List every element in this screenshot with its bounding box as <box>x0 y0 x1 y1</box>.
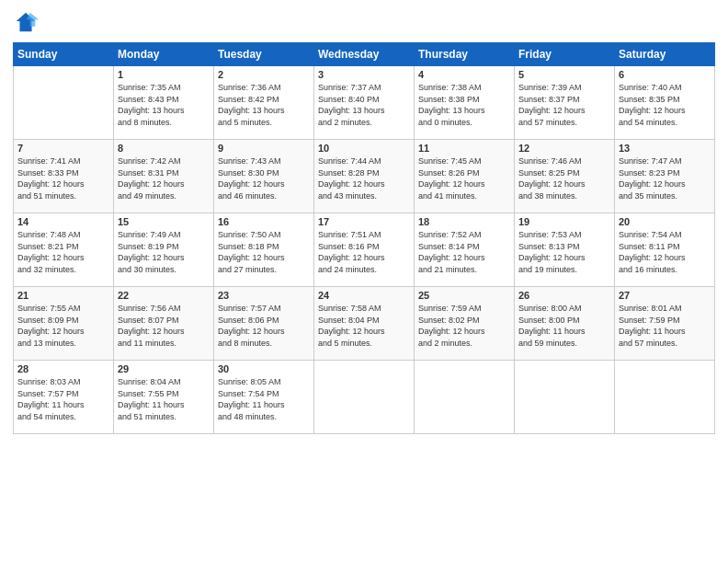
day-number: 19 <box>518 216 610 227</box>
day-info: Sunrise: 7:46 AM Sunset: 8:25 PM Dayligh… <box>518 155 610 201</box>
day-number: 14 <box>17 216 109 227</box>
day-info: Sunrise: 7:45 AM Sunset: 8:26 PM Dayligh… <box>418 155 510 201</box>
day-info: Sunrise: 8:01 AM Sunset: 7:59 PM Dayligh… <box>619 303 711 349</box>
logo <box>13 9 42 35</box>
day-info: Sunrise: 7:35 AM Sunset: 8:43 PM Dayligh… <box>118 82 210 128</box>
col-tuesday: Tuesday <box>214 43 314 66</box>
calendar-cell: 13Sunrise: 7:47 AM Sunset: 8:23 PM Dayli… <box>615 140 715 213</box>
calendar-cell: 28Sunrise: 8:03 AM Sunset: 7:57 PM Dayli… <box>14 361 114 434</box>
calendar-cell: 9Sunrise: 7:43 AM Sunset: 8:30 PM Daylig… <box>214 140 314 213</box>
calendar-cell: 23Sunrise: 7:57 AM Sunset: 8:06 PM Dayli… <box>214 287 314 361</box>
page: Sunday Monday Tuesday Wednesday Thursday… <box>0 0 728 563</box>
calendar-cell: 16Sunrise: 7:50 AM Sunset: 8:18 PM Dayli… <box>214 213 314 287</box>
col-monday: Monday <box>114 43 214 66</box>
calendar-cell <box>314 361 415 434</box>
col-saturday: Saturday <box>615 43 715 66</box>
calendar-cell: 3Sunrise: 7:37 AM Sunset: 8:40 PM Daylig… <box>314 66 415 140</box>
calendar-week-1: 7Sunrise: 7:41 AM Sunset: 8:33 PM Daylig… <box>14 140 715 213</box>
day-info: Sunrise: 8:04 AM Sunset: 7:55 PM Dayligh… <box>118 376 210 422</box>
calendar-cell: 30Sunrise: 8:05 AM Sunset: 7:54 PM Dayli… <box>214 361 314 434</box>
day-number: 17 <box>318 216 410 227</box>
day-number: 2 <box>218 69 310 80</box>
day-info: Sunrise: 7:52 AM Sunset: 8:14 PM Dayligh… <box>418 229 510 275</box>
day-info: Sunrise: 7:36 AM Sunset: 8:42 PM Dayligh… <box>218 82 310 128</box>
calendar-cell: 10Sunrise: 7:44 AM Sunset: 8:28 PM Dayli… <box>314 140 415 213</box>
day-info: Sunrise: 7:41 AM Sunset: 8:33 PM Dayligh… <box>17 155 109 201</box>
day-number: 1 <box>118 69 210 80</box>
day-info: Sunrise: 7:48 AM Sunset: 8:21 PM Dayligh… <box>17 229 109 275</box>
day-info: Sunrise: 7:59 AM Sunset: 8:02 PM Dayligh… <box>418 303 510 349</box>
day-info: Sunrise: 7:49 AM Sunset: 8:19 PM Dayligh… <box>118 229 210 275</box>
calendar-cell <box>415 361 515 434</box>
calendar-cell: 29Sunrise: 8:04 AM Sunset: 7:55 PM Dayli… <box>114 361 214 434</box>
day-info: Sunrise: 8:05 AM Sunset: 7:54 PM Dayligh… <box>218 376 310 422</box>
day-number: 28 <box>17 363 109 374</box>
calendar-cell: 17Sunrise: 7:51 AM Sunset: 8:16 PM Dayli… <box>314 213 415 287</box>
day-info: Sunrise: 7:38 AM Sunset: 8:38 PM Dayligh… <box>418 82 510 128</box>
day-info: Sunrise: 7:39 AM Sunset: 8:37 PM Dayligh… <box>518 82 610 128</box>
day-info: Sunrise: 7:51 AM Sunset: 8:16 PM Dayligh… <box>318 229 410 275</box>
calendar-cell: 11Sunrise: 7:45 AM Sunset: 8:26 PM Dayli… <box>415 140 515 213</box>
header <box>13 9 715 35</box>
calendar-cell: 18Sunrise: 7:52 AM Sunset: 8:14 PM Dayli… <box>415 213 515 287</box>
calendar-cell: 1Sunrise: 7:35 AM Sunset: 8:43 PM Daylig… <box>114 66 214 140</box>
day-info: Sunrise: 7:44 AM Sunset: 8:28 PM Dayligh… <box>318 155 410 201</box>
day-number: 16 <box>218 216 310 227</box>
calendar-cell <box>615 361 715 434</box>
col-friday: Friday <box>515 43 615 66</box>
day-number: 3 <box>318 69 410 80</box>
calendar-cell: 21Sunrise: 7:55 AM Sunset: 8:09 PM Dayli… <box>14 287 114 361</box>
calendar-week-4: 28Sunrise: 8:03 AM Sunset: 7:57 PM Dayli… <box>14 361 715 434</box>
calendar-cell: 26Sunrise: 8:00 AM Sunset: 8:00 PM Dayli… <box>515 287 615 361</box>
calendar-week-0: 1Sunrise: 7:35 AM Sunset: 8:43 PM Daylig… <box>14 66 715 140</box>
day-number: 10 <box>318 143 410 154</box>
day-info: Sunrise: 7:50 AM Sunset: 8:18 PM Dayligh… <box>218 229 310 275</box>
day-info: Sunrise: 7:47 AM Sunset: 8:23 PM Dayligh… <box>619 155 711 201</box>
calendar-cell: 24Sunrise: 7:58 AM Sunset: 8:04 PM Dayli… <box>314 287 415 361</box>
day-number: 12 <box>518 143 610 154</box>
day-number: 7 <box>17 143 109 154</box>
day-info: Sunrise: 7:57 AM Sunset: 8:06 PM Dayligh… <box>218 303 310 349</box>
day-number: 22 <box>118 290 210 301</box>
day-number: 11 <box>418 143 510 154</box>
day-info: Sunrise: 7:55 AM Sunset: 8:09 PM Dayligh… <box>17 303 109 349</box>
calendar-cell <box>14 66 114 140</box>
day-number: 4 <box>418 69 510 80</box>
day-number: 29 <box>118 363 210 374</box>
day-number: 8 <box>118 143 210 154</box>
day-info: Sunrise: 8:00 AM Sunset: 8:00 PM Dayligh… <box>518 303 610 349</box>
calendar-cell: 5Sunrise: 7:39 AM Sunset: 8:37 PM Daylig… <box>515 66 615 140</box>
calendar-cell: 27Sunrise: 8:01 AM Sunset: 7:59 PM Dayli… <box>615 287 715 361</box>
calendar-cell: 25Sunrise: 7:59 AM Sunset: 8:02 PM Dayli… <box>415 287 515 361</box>
day-number: 23 <box>218 290 310 301</box>
day-info: Sunrise: 7:54 AM Sunset: 8:11 PM Dayligh… <box>619 229 711 275</box>
day-info: Sunrise: 7:43 AM Sunset: 8:30 PM Dayligh… <box>218 155 310 201</box>
day-info: Sunrise: 7:56 AM Sunset: 8:07 PM Dayligh… <box>118 303 210 349</box>
day-number: 13 <box>619 143 711 154</box>
day-info: Sunrise: 7:37 AM Sunset: 8:40 PM Dayligh… <box>318 82 410 128</box>
day-number: 5 <box>518 69 610 80</box>
calendar: Sunday Monday Tuesday Wednesday Thursday… <box>13 42 715 434</box>
calendar-cell: 20Sunrise: 7:54 AM Sunset: 8:11 PM Dayli… <box>615 213 715 287</box>
day-info: Sunrise: 7:42 AM Sunset: 8:31 PM Dayligh… <box>118 155 210 201</box>
day-number: 6 <box>619 69 711 80</box>
day-info: Sunrise: 7:58 AM Sunset: 8:04 PM Dayligh… <box>318 303 410 349</box>
col-sunday: Sunday <box>14 43 114 66</box>
calendar-cell: 22Sunrise: 7:56 AM Sunset: 8:07 PM Dayli… <box>114 287 214 361</box>
day-number: 27 <box>619 290 711 301</box>
calendar-cell: 14Sunrise: 7:48 AM Sunset: 8:21 PM Dayli… <box>14 213 114 287</box>
calendar-week-3: 21Sunrise: 7:55 AM Sunset: 8:09 PM Dayli… <box>14 287 715 361</box>
calendar-cell: 15Sunrise: 7:49 AM Sunset: 8:19 PM Dayli… <box>114 213 214 287</box>
day-info: Sunrise: 7:40 AM Sunset: 8:35 PM Dayligh… <box>619 82 711 128</box>
day-number: 20 <box>619 216 711 227</box>
calendar-cell: 12Sunrise: 7:46 AM Sunset: 8:25 PM Dayli… <box>515 140 615 213</box>
calendar-cell: 8Sunrise: 7:42 AM Sunset: 8:31 PM Daylig… <box>114 140 214 213</box>
day-info: Sunrise: 8:03 AM Sunset: 7:57 PM Dayligh… <box>17 376 109 422</box>
day-number: 15 <box>118 216 210 227</box>
day-info: Sunrise: 7:53 AM Sunset: 8:13 PM Dayligh… <box>518 229 610 275</box>
logo-icon <box>13 9 39 35</box>
calendar-cell: 19Sunrise: 7:53 AM Sunset: 8:13 PM Dayli… <box>515 213 615 287</box>
calendar-cell: 7Sunrise: 7:41 AM Sunset: 8:33 PM Daylig… <box>14 140 114 213</box>
day-number: 30 <box>218 363 310 374</box>
calendar-cell: 6Sunrise: 7:40 AM Sunset: 8:35 PM Daylig… <box>615 66 715 140</box>
